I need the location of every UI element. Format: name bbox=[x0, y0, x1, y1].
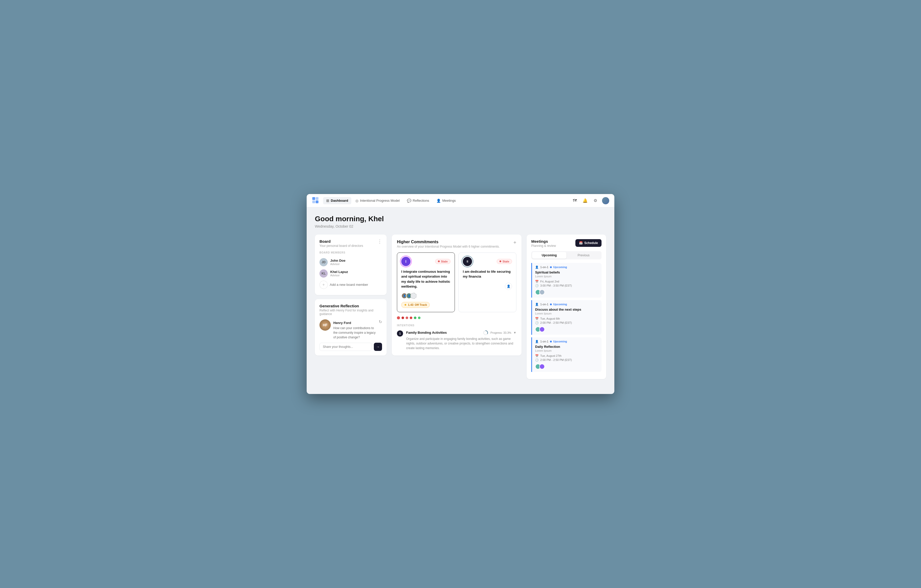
cc-text-2: I am dedicated to life securing my finan… bbox=[463, 269, 512, 279]
progress-ring-1 bbox=[483, 330, 488, 336]
cal-icon-1: 📅 bbox=[535, 280, 539, 283]
add-member-label: Add a new board member bbox=[330, 283, 368, 287]
columns: Board Your personal board of directors ⋮… bbox=[315, 234, 606, 379]
nav-right: 🗺 🔔 ⚙ bbox=[571, 197, 609, 204]
add-member-button[interactable]: + Add a new board member bbox=[319, 279, 382, 291]
svg-rect-0 bbox=[312, 197, 315, 200]
hc-header: Higher Commitments An overview of your I… bbox=[397, 240, 516, 249]
logo[interactable] bbox=[312, 197, 321, 205]
carousel-dots bbox=[397, 316, 516, 319]
meeting-avatars-3 bbox=[535, 364, 599, 369]
thought-submit-button[interactable]: → bbox=[374, 343, 382, 351]
target-icon: ◎ bbox=[355, 199, 358, 203]
hc-subtitle: An overview of your Intentional Progress… bbox=[397, 245, 500, 249]
member-avatar-khel: KL bbox=[319, 270, 328, 278]
chat-icon: 💬 bbox=[407, 199, 411, 203]
svg-rect-2 bbox=[312, 200, 315, 203]
stale-dot-2 bbox=[500, 260, 501, 262]
top-nav: ⊞ Dashboard ◎ Intentional Progress Model… bbox=[307, 194, 614, 207]
meeting-title-2: Discuss about the next steps bbox=[535, 308, 599, 312]
commitment-card-2[interactable]: II Stale I am dedicated to life securing… bbox=[459, 252, 516, 312]
member-row-khel: KL Khel Lapuz Advisor bbox=[319, 268, 382, 279]
person-icon: 👤 bbox=[436, 199, 441, 203]
bell-icon[interactable]: 🔔 bbox=[581, 197, 589, 204]
svg-rect-1 bbox=[316, 197, 319, 200]
left-column: Board Your personal board of directors ⋮… bbox=[315, 234, 387, 379]
member-row-john: JD John Doe Advisor bbox=[319, 257, 382, 268]
dot-2[interactable] bbox=[402, 317, 404, 319]
stale-badge-1: Stale bbox=[435, 259, 451, 264]
gen-ref-question: How can your contributions to the commun… bbox=[333, 326, 379, 339]
schedule-button[interactable]: 📅 Schedule bbox=[575, 239, 602, 247]
right-column: Meetings Planning & review 📅 Schedule Up… bbox=[527, 234, 606, 379]
upcoming-dot-1 bbox=[550, 266, 552, 268]
commitment-cards: I Stale I integrate continuous learning … bbox=[397, 252, 516, 312]
meeting-date-2: 📅 Tue, August 6th bbox=[535, 317, 599, 320]
hc-title: Higher Commitments bbox=[397, 240, 500, 244]
nav-item-reflections[interactable]: 💬 Reflections bbox=[404, 197, 432, 204]
cc-member-empty bbox=[410, 293, 417, 299]
refresh-reflection-button[interactable]: ↻ bbox=[379, 319, 382, 324]
star-icon: ★ bbox=[404, 303, 407, 307]
upcoming-label-3: Upcoming bbox=[553, 340, 567, 343]
generative-reflection-card: Generative Reflection Reflect with Henry… bbox=[315, 299, 387, 356]
board-card-header: Board Your personal board of directors ⋮ bbox=[319, 239, 382, 248]
meeting-type-label-3: 1-on-1 bbox=[540, 340, 548, 343]
nav-item-meetings[interactable]: 👤 Meetings bbox=[433, 197, 459, 204]
person-type-icon-2: 👤 bbox=[535, 303, 539, 306]
intention-title-1: Family Bonding Activities bbox=[406, 331, 447, 335]
meeting-type-row-1: 👤 1-on-1 Upcoming bbox=[535, 266, 599, 269]
board-more-button[interactable]: ⋮ bbox=[378, 239, 382, 244]
commitment-card-1[interactable]: I Stale I integrate continuous learning … bbox=[397, 252, 455, 312]
tab-previous[interactable]: Previous bbox=[566, 252, 601, 258]
thought-input[interactable] bbox=[319, 343, 372, 351]
person-type-icon-1: 👤 bbox=[535, 266, 539, 269]
user-avatar[interactable] bbox=[602, 197, 609, 204]
cc-avatar-2: II bbox=[463, 257, 472, 266]
off-track-label: Off Track bbox=[415, 303, 427, 306]
meeting-item-1[interactable]: 👤 1-on-1 Upcoming Spiritual beliefs Lore… bbox=[531, 263, 602, 297]
meeting-org-3: Lorem Ipsum bbox=[535, 349, 599, 352]
meeting-item-3[interactable]: 👤 1-on-1 Upcoming Daily Reflection Lorem… bbox=[531, 337, 602, 372]
cc-action-btn-2[interactable]: 👤 bbox=[505, 283, 512, 290]
svg-rect-3 bbox=[316, 200, 319, 203]
gear-icon[interactable]: ⚙ bbox=[592, 197, 599, 204]
henry-ford-avatar: HF bbox=[319, 319, 331, 331]
off-track-score: 1.43 bbox=[408, 303, 413, 306]
gen-ref-title: Generative Reflection bbox=[319, 304, 382, 308]
cc-text-1: I integrate continuous learning and spir… bbox=[401, 269, 451, 289]
stale-badge-2: Stale bbox=[497, 259, 512, 264]
meeting-date-1: 📅 Fri, August 2nd bbox=[535, 280, 599, 283]
dot-6[interactable] bbox=[418, 317, 420, 319]
meeting-avatars-2 bbox=[535, 326, 599, 332]
stale-dot-1 bbox=[438, 260, 440, 262]
intentions-section: INTENTIONS 1 Family Bonding Activities bbox=[397, 324, 516, 350]
meeting-type-label-1: 1-on-1 bbox=[540, 266, 548, 269]
dot-5[interactable] bbox=[414, 317, 417, 319]
nav-item-ipm[interactable]: ◎ Intentional Progress Model bbox=[352, 197, 403, 204]
member-avatar-john: JD bbox=[319, 258, 328, 266]
dot-1[interactable] bbox=[397, 316, 400, 319]
add-commitment-button[interactable]: + bbox=[513, 240, 516, 245]
dot-4[interactable] bbox=[410, 317, 412, 319]
thought-input-row: → bbox=[319, 343, 382, 351]
meeting-type-label-2: 1-on-1 bbox=[540, 303, 548, 306]
meeting-time-2: 🕒 2:00 PM - 2:50 PM (EST) bbox=[535, 321, 599, 325]
meeting-type-row-3: 👤 1-on-1 Upcoming bbox=[535, 340, 599, 343]
meeting-item-2[interactable]: 👤 1-on-1 Upcoming Discuss about the next… bbox=[531, 300, 602, 335]
upcoming-label-1: Upcoming bbox=[553, 266, 567, 269]
member-name-john: John Doe bbox=[330, 258, 345, 263]
meetings-header: Meetings Planning & review 📅 Schedule bbox=[531, 239, 602, 248]
nav-item-dashboard[interactable]: ⊞ Dashboard bbox=[323, 197, 351, 204]
dot-3[interactable] bbox=[406, 317, 408, 319]
meeting-type-row-2: 👤 1-on-1 Upcoming bbox=[535, 303, 599, 306]
gen-ref-subtitle: Reflect with Henry Ford for insights and… bbox=[319, 309, 382, 316]
progress-chevron-1[interactable]: ▼ bbox=[513, 331, 516, 335]
upcoming-dot-3 bbox=[550, 341, 552, 343]
cc-avatar-1: I bbox=[401, 257, 410, 266]
progress-info-1: Progress: 33.3% ▼ bbox=[483, 330, 516, 336]
tab-upcoming[interactable]: Upcoming bbox=[532, 252, 566, 258]
cc-top-1: I Stale bbox=[401, 257, 451, 266]
map-icon[interactable]: 🗺 bbox=[571, 197, 578, 204]
higher-commitments-card: Higher Commitments An overview of your I… bbox=[392, 234, 522, 356]
